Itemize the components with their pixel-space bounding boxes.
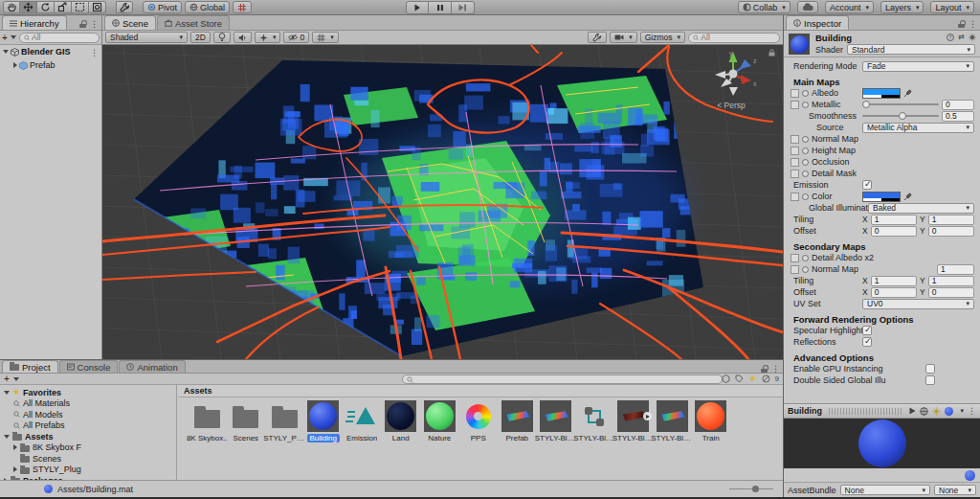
reflections-checkbox[interactable]: [862, 337, 872, 347]
scene-viewport-3d[interactable]: y z x < Persp: [102, 45, 783, 359]
uv-set-dropdown[interactable]: UV0: [862, 299, 974, 309]
tab-project[interactable]: Project: [2, 360, 58, 373]
texture-slot[interactable]: [791, 101, 799, 109]
create-asset-button[interactable]: [4, 374, 10, 384]
hidden-packages-icon[interactable]: [762, 374, 770, 383]
asset-tile-building-selected[interactable]: Building: [304, 400, 344, 442]
account-dropdown[interactable]: Account: [825, 1, 874, 13]
hierarchy-item-blender-gis[interactable]: Blender GIS: [0, 45, 101, 58]
asset-tile[interactable]: 8K Skybox..: [188, 400, 227, 442]
offset-x-field[interactable]: 0: [871, 226, 917, 237]
scene-orientation-gizmo[interactable]: y z x: [706, 47, 760, 101]
asset-tile[interactable]: Prefab: [498, 400, 537, 442]
target-dot-icon[interactable]: [802, 90, 809, 97]
smoothness-value-field[interactable]: 0.5: [942, 111, 974, 122]
tree-item-all-prefabs[interactable]: All Prefabs: [0, 420, 176, 432]
move-tool-button[interactable]: [20, 1, 37, 13]
hidden-objects-toggle[interactable]: 0: [283, 32, 309, 43]
asset-tile[interactable]: STYLY-Ble...: [575, 400, 614, 442]
camera-dropdown[interactable]: [610, 32, 637, 43]
asset-tile[interactable]: STYLY-Ble...: [653, 400, 692, 442]
global-toggle-button[interactable]: Global: [185, 1, 230, 13]
gizmos-dropdown[interactable]: Gizmos: [640, 32, 685, 43]
double-sided-gi-checkbox[interactable]: [925, 375, 935, 385]
specular-checkbox[interactable]: [862, 326, 872, 335]
expand-caret-icon[interactable]: [13, 444, 17, 450]
tiling-x-field[interactable]: 1: [871, 215, 917, 225]
create-button[interactable]: [2, 33, 8, 43]
label-icon[interactable]: [735, 374, 744, 383]
layers-dropdown[interactable]: Layers: [880, 1, 924, 13]
asset-tile[interactable]: Land: [382, 400, 421, 442]
metallic-value-field[interactable]: 0: [942, 100, 974, 110]
metallic-slider[interactable]: [862, 103, 939, 105]
eyedropper-icon[interactable]: [903, 193, 912, 201]
project-search-input[interactable]: [415, 374, 718, 384]
pause-button[interactable]: [429, 1, 452, 14]
target-dot-icon[interactable]: [802, 102, 809, 108]
expand-caret-icon[interactable]: [4, 435, 10, 439]
transform-tool-button[interactable]: [89, 1, 106, 13]
lighting-toggle[interactable]: [213, 32, 231, 43]
menu-icon[interactable]: [90, 18, 99, 29]
tab-animation[interactable]: Animation: [119, 360, 185, 373]
audio-toggle[interactable]: [234, 32, 252, 43]
material-asset-icon[interactable]: [965, 470, 975, 481]
cloud-button[interactable]: [797, 1, 818, 13]
preview-play-icon[interactable]: [909, 407, 916, 415]
item-menu-icon[interactable]: [90, 47, 99, 57]
target-dot-icon[interactable]: [802, 266, 809, 273]
expand-caret-icon[interactable]: [3, 50, 9, 54]
source-dropdown[interactable]: Metallic Alpha: [862, 123, 974, 133]
presets-icon[interactable]: ⇄: [958, 33, 965, 41]
sec-tiling-x-field[interactable]: 1: [871, 276, 917, 286]
texture-slot[interactable]: [791, 89, 799, 98]
menu-icon[interactable]: [771, 363, 780, 374]
tab-scene[interactable]: Scene: [104, 15, 156, 30]
target-dot-icon[interactable]: [802, 147, 809, 154]
asset-tile[interactable]: Train: [692, 400, 731, 442]
preview-light-icon[interactable]: [932, 407, 941, 416]
asset-tile[interactable]: STYLY-Ble...: [537, 400, 576, 442]
offset-y-field[interactable]: 0: [928, 226, 974, 237]
expand-caret-icon[interactable]: [4, 391, 10, 395]
sec-tiling-y-field[interactable]: 1: [928, 276, 974, 286]
step-button[interactable]: [452, 1, 475, 14]
lock-icon[interactable]: [768, 49, 775, 57]
tab-inspector[interactable]: Inspector: [786, 15, 849, 30]
tree-item-styly-plugin[interactable]: STYLY_Plug: [0, 465, 176, 476]
texture-slot[interactable]: [791, 265, 799, 274]
thumbnail-size-slider[interactable]: [729, 488, 773, 489]
target-dot-icon[interactable]: [802, 255, 809, 261]
preview-viewport[interactable]: [784, 419, 980, 468]
2d-toggle[interactable]: 2D: [190, 32, 211, 43]
emission-checkbox[interactable]: [862, 180, 872, 190]
lock-icon[interactable]: [761, 365, 768, 373]
asset-tile[interactable]: STYLY_Plu...: [265, 400, 304, 442]
texture-slot[interactable]: [791, 135, 799, 144]
hierarchy-search-input[interactable]: [32, 33, 95, 42]
albedo-color-swatch[interactable]: [862, 88, 901, 99]
preview-mesh-icon[interactable]: [920, 407, 928, 416]
sec-offset-y-field[interactable]: 0: [928, 287, 974, 298]
scene-search-input[interactable]: [701, 33, 775, 42]
draw-mode-dropdown[interactable]: Shaded: [105, 32, 188, 43]
asset-tile[interactable]: Emission: [343, 400, 382, 442]
assetbundle-dropdown[interactable]: None: [840, 485, 930, 495]
tree-item-assets[interactable]: Assets: [0, 431, 176, 442]
chevron-down-icon[interactable]: [11, 35, 16, 39]
rotate-tool-button[interactable]: [37, 1, 55, 13]
preview-header[interactable]: Building: [784, 403, 980, 419]
tab-hierarchy[interactable]: Hierarchy: [2, 15, 67, 30]
rendering-mode-dropdown[interactable]: Fade: [862, 61, 974, 72]
grid-visibility-dropdown[interactable]: [312, 32, 339, 43]
chevron-down-icon[interactable]: [13, 377, 19, 381]
grid-snap-button[interactable]: [233, 1, 252, 13]
sec-normal-value-field[interactable]: 1: [937, 264, 974, 275]
expand-caret-icon[interactable]: [13, 466, 17, 472]
gi-dropdown[interactable]: Baked: [868, 203, 974, 214]
tree-item-all-models[interactable]: All Models: [0, 409, 176, 420]
shader-dropdown[interactable]: Standard: [847, 44, 975, 55]
tree-item-favorites[interactable]: Favorites: [0, 387, 176, 398]
tab-console[interactable]: Console: [59, 360, 119, 373]
